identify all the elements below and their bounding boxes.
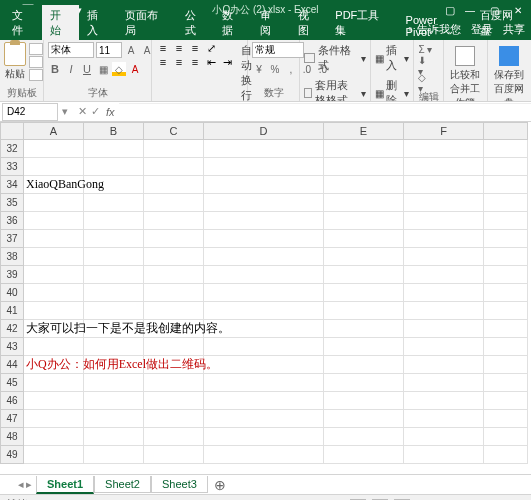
cell[interactable]	[324, 338, 404, 356]
cell[interactable]	[484, 266, 528, 284]
cell[interactable]	[84, 392, 144, 410]
cell[interactable]	[324, 176, 404, 194]
cell[interactable]	[84, 374, 144, 392]
col-header-D[interactable]: D	[204, 122, 324, 140]
comma-icon[interactable]: ,	[284, 62, 298, 76]
row-header[interactable]: 36	[0, 212, 24, 230]
cell[interactable]	[24, 266, 84, 284]
cell[interactable]	[84, 230, 144, 248]
worksheet-grid[interactable]: ABCDEF 323334XiaoQBanGong353637383940414…	[0, 122, 531, 474]
cell[interactable]	[24, 446, 84, 464]
cell[interactable]	[144, 302, 204, 320]
cell[interactable]	[404, 248, 484, 266]
cell[interactable]	[324, 356, 404, 374]
tab-data[interactable]: 数据	[214, 5, 252, 40]
name-box-dropdown-icon[interactable]: ▾	[58, 105, 72, 118]
cell[interactable]	[484, 302, 528, 320]
row-header[interactable]: 42	[0, 320, 24, 338]
cell[interactable]	[204, 428, 324, 446]
cell[interactable]	[204, 338, 324, 356]
cell[interactable]	[204, 356, 324, 374]
cell[interactable]	[484, 446, 528, 464]
copy-icon[interactable]	[29, 56, 43, 68]
percent-icon[interactable]: %	[268, 62, 282, 76]
select-all-corner[interactable]	[0, 122, 24, 140]
cell[interactable]	[84, 158, 144, 176]
fx-icon[interactable]: fx	[106, 106, 115, 118]
sheet-tab-2[interactable]: Sheet2	[94, 476, 151, 493]
cell[interactable]	[84, 212, 144, 230]
align-top-icon[interactable]: ≡	[156, 42, 170, 54]
col-header-E[interactable]: E	[324, 122, 404, 140]
cell[interactable]	[24, 428, 84, 446]
tab-view[interactable]: 视图	[290, 5, 328, 40]
tab-insert[interactable]: 插入	[79, 5, 117, 40]
cell[interactable]	[144, 158, 204, 176]
indent-dec-icon[interactable]: ⇤	[204, 56, 218, 68]
cell[interactable]	[484, 320, 528, 338]
cell[interactable]	[144, 392, 204, 410]
cell[interactable]	[404, 428, 484, 446]
cell[interactable]	[24, 410, 84, 428]
cell[interactable]: 大家可以扫一下是不是我创建的内容。	[24, 320, 84, 338]
font-color-button[interactable]: A	[128, 62, 142, 76]
cell[interactable]	[324, 212, 404, 230]
bold-button[interactable]: B	[48, 62, 62, 76]
indent-inc-icon[interactable]: ⇥	[220, 56, 234, 68]
row-header[interactable]: 32	[0, 140, 24, 158]
cell[interactable]	[324, 266, 404, 284]
sheet-tab-1[interactable]: Sheet1	[36, 476, 94, 494]
cell[interactable]	[324, 446, 404, 464]
cell[interactable]	[144, 374, 204, 392]
cell[interactable]	[324, 284, 404, 302]
sign-in[interactable]: 登录	[471, 22, 493, 37]
insert-cells-button[interactable]: ▦插入 ▾	[375, 43, 409, 73]
tab-formulas[interactable]: 公式	[177, 5, 215, 40]
cell[interactable]: XiaoQBanGong	[24, 176, 84, 194]
cell[interactable]	[204, 266, 324, 284]
cell[interactable]	[24, 374, 84, 392]
cell[interactable]	[84, 410, 144, 428]
cell[interactable]	[24, 392, 84, 410]
cell[interactable]	[24, 302, 84, 320]
cell[interactable]	[484, 356, 528, 374]
clear-icon[interactable]: ◇ ▾	[418, 76, 432, 90]
cell[interactable]	[484, 338, 528, 356]
align-mid-icon[interactable]: ≡	[172, 42, 186, 54]
currency-icon[interactable]: ¥	[252, 62, 266, 76]
cell[interactable]	[84, 428, 144, 446]
cancel-formula-icon[interactable]: ✕	[78, 105, 87, 118]
cell[interactable]	[324, 302, 404, 320]
cell[interactable]	[204, 176, 324, 194]
cell[interactable]	[144, 338, 204, 356]
row-header[interactable]: 37	[0, 230, 24, 248]
row-header[interactable]: 35	[0, 194, 24, 212]
sheet-nav-next-icon[interactable]: ▸	[26, 478, 32, 491]
fill-icon[interactable]: ⬇ ▾	[418, 59, 432, 73]
cell[interactable]	[204, 230, 324, 248]
font-name-select[interactable]: 宋体	[48, 42, 94, 58]
cell[interactable]	[324, 374, 404, 392]
save-baidu-button[interactable]: 保存到百度网盘	[492, 46, 527, 102]
cut-icon[interactable]	[29, 43, 43, 55]
col-header-extra[interactable]	[484, 122, 528, 140]
compare-merge-button[interactable]: 比较和合并工作簿	[448, 46, 482, 102]
tab-pdftools[interactable]: PDF工具集	[327, 5, 397, 40]
delete-cells-button[interactable]: ▦删除 ▾	[375, 78, 409, 102]
italic-button[interactable]: I	[64, 62, 78, 76]
cell[interactable]	[204, 140, 324, 158]
cell[interactable]	[24, 248, 84, 266]
col-header-F[interactable]: F	[404, 122, 484, 140]
cell[interactable]	[24, 230, 84, 248]
sheet-nav-prev-icon[interactable]: ◂	[18, 478, 24, 491]
cell[interactable]	[24, 194, 84, 212]
cell[interactable]	[404, 374, 484, 392]
cell[interactable]	[204, 194, 324, 212]
row-header[interactable]: 49	[0, 446, 24, 464]
sheet-tab-3[interactable]: Sheet3	[151, 476, 208, 493]
cell[interactable]	[324, 248, 404, 266]
cell[interactable]	[484, 284, 528, 302]
cell[interactable]	[204, 212, 324, 230]
cell[interactable]	[84, 284, 144, 302]
align-bot-icon[interactable]: ≡	[188, 42, 202, 54]
